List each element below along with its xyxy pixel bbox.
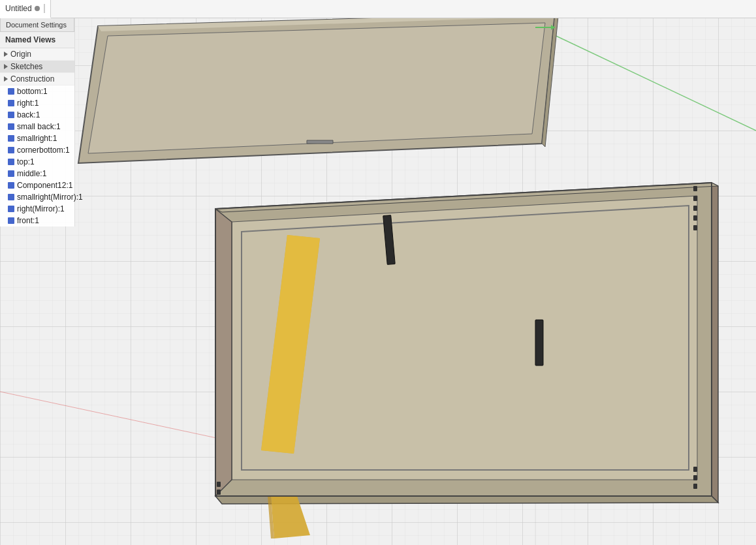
svg-rect-22	[693, 186, 697, 191]
tree-item-label-8: Component12:1	[17, 181, 72, 190]
tree-item-9[interactable]: smallright(Mirror):1	[0, 191, 74, 203]
svg-rect-28	[693, 475, 697, 480]
document-settings-button[interactable]: Document Settings	[0, 18, 74, 32]
named-views-header[interactable]: Named Views	[0, 32, 74, 48]
svg-rect-27	[693, 467, 697, 472]
expand-arrow-construction	[4, 76, 8, 82]
tree-item-icon-6	[8, 159, 14, 165]
group-construction-label: Construction	[10, 74, 54, 84]
tree-item-icon-5	[8, 147, 14, 153]
svg-rect-25	[693, 215, 697, 221]
tree-item-icon-4	[8, 135, 14, 142]
tree-item-icon-7	[8, 170, 14, 177]
group-sketches-label: Sketches	[10, 62, 42, 71]
tab-separator	[44, 4, 45, 13]
tree-item-6[interactable]: top:1	[0, 156, 74, 168]
tree-item-icon-10	[8, 206, 14, 212]
expand-arrow-origin	[4, 52, 8, 57]
group-sketches[interactable]: Sketches	[0, 61, 74, 73]
tree-item-icon-11	[8, 217, 14, 224]
svg-rect-30	[217, 482, 221, 487]
tree-item-icon-3	[8, 123, 14, 130]
tree-item-label-5: cornerbottom:1	[17, 146, 70, 155]
svg-rect-26	[693, 225, 697, 230]
svg-marker-13	[215, 209, 232, 496]
svg-rect-24	[693, 206, 697, 211]
svg-marker-14	[712, 183, 718, 503]
tree-items-list: bottom:1right:1back:1small back:1smallri…	[0, 86, 74, 226]
group-construction[interactable]: Construction	[0, 73, 74, 86]
tree-item-label-7: middle:1	[17, 169, 46, 178]
tree-item-3[interactable]: small back:1	[0, 121, 74, 132]
svg-rect-29	[693, 484, 697, 489]
group-origin[interactable]: Origin	[0, 48, 74, 61]
tree-item-icon-9	[8, 194, 14, 200]
svg-rect-23	[693, 196, 697, 201]
svg-rect-21	[535, 320, 543, 366]
tree-item-5[interactable]: cornerbottom:1	[0, 144, 74, 156]
expand-arrow-sketches	[4, 64, 8, 69]
tree-item-icon-2	[8, 112, 14, 118]
tree-item-label-0: bottom:1	[17, 87, 48, 96]
tree-item-icon-8	[8, 182, 14, 189]
tree-item-label-10: right(Mirror):1	[17, 204, 65, 213]
tree-item-4[interactable]: smallright:1	[0, 132, 74, 144]
tree-item-icon-1	[8, 100, 14, 106]
tree-item-label-11: front:1	[17, 216, 39, 225]
tree-item-0[interactable]: bottom:1	[0, 86, 74, 97]
tree-item-label-3: small back:1	[17, 122, 61, 131]
tree-item-label-4: smallright:1	[17, 134, 57, 143]
group-origin-label: Origin	[10, 50, 31, 59]
tab-title: Untitled	[5, 4, 32, 13]
tree-item-10[interactable]: right(Mirror):1	[0, 203, 74, 215]
tree-item-2[interactable]: back:1	[0, 109, 74, 121]
named-views-label: Named Views	[5, 35, 55, 44]
left-panel: Document Settings Named Views Origin Ske…	[0, 18, 75, 226]
tree-item-8[interactable]: Component12:1	[0, 179, 74, 191]
tree-item-icon-0	[8, 88, 14, 95]
3d-object	[0, 0, 756, 545]
tree-item-7[interactable]: middle:1	[0, 168, 74, 179]
tree-item-11[interactable]: front:1	[0, 215, 74, 226]
tree-item-label-1: right:1	[17, 99, 39, 108]
svg-marker-7	[88, 23, 545, 153]
tree-item-label-2: back:1	[17, 110, 40, 119]
tree-item-label-9: smallright(Mirror):1	[17, 193, 83, 202]
tree-item-label-6: top:1	[17, 157, 35, 166]
tab-untitled[interactable]: Untitled	[0, 0, 51, 18]
svg-rect-31	[217, 490, 221, 495]
viewport: Untitled Document Settings Named Views O…	[0, 0, 756, 545]
tree-item-1[interactable]: right:1	[0, 97, 74, 109]
tab-modified-dot	[35, 6, 40, 11]
svg-marker-9	[307, 140, 333, 144]
top-bar: Untitled	[0, 0, 756, 18]
